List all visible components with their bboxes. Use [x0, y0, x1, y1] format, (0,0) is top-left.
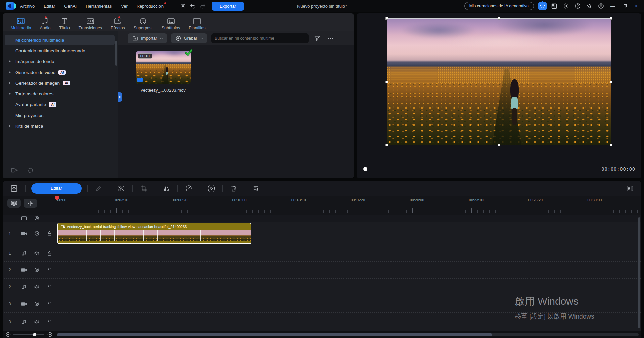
vertical-scrollbar[interactable] — [638, 217, 640, 328]
tab-plantillas[interactable]: Plantillas — [185, 15, 210, 30]
filter-icon[interactable] — [313, 34, 322, 43]
help-icon[interactable] — [573, 2, 582, 10]
sidebar-item[interactable]: Imágenes de fondo — [5, 56, 115, 67]
expand-arrow-icon[interactable] — [9, 125, 11, 127]
menu-item[interactable]: Ver — [121, 4, 128, 9]
save-icon[interactable] — [178, 2, 188, 10]
stop-button[interactable] — [377, 178, 384, 178]
undo-icon[interactable] — [188, 2, 198, 10]
layout-icon[interactable] — [550, 2, 558, 10]
zoom-out-icon[interactable] — [5, 332, 11, 337]
edit-button[interactable]: Editar — [31, 183, 82, 194]
sidebar-item[interactable]: Contenido multimedia almacenado — [5, 45, 115, 56]
media-browser-icon[interactable] — [7, 183, 21, 194]
account-icon[interactable] — [597, 2, 605, 10]
selection-handle[interactable] — [498, 17, 500, 20]
visibility-toggle-icon[interactable] — [30, 216, 43, 221]
seek-handle[interactable] — [363, 167, 367, 171]
ai-creations-button[interactable]: Mis creaciones de IA generativa — [464, 2, 534, 10]
timeline-display-settings-icon[interactable] — [623, 183, 637, 194]
expand-arrow-icon[interactable] — [9, 92, 11, 95]
delete-trash-icon[interactable] — [227, 183, 240, 194]
tab-efectos[interactable]: Efectos — [107, 15, 129, 30]
record-button[interactable]: Grabar — [171, 33, 207, 43]
sidebar-item[interactable]: Generador de video AI — [5, 67, 115, 78]
media-item[interactable]: 00:10 vecteezy_...00233.mov — [136, 51, 191, 93]
redo-icon[interactable] — [198, 2, 208, 10]
add-tag-icon[interactable] — [11, 167, 18, 174]
lock-toggle-icon[interactable] — [43, 251, 56, 256]
search-input[interactable] — [215, 36, 305, 41]
lock-toggle-icon[interactable] — [43, 267, 56, 273]
zoom-slider-handle[interactable] — [33, 333, 36, 336]
close-button[interactable]: × — [632, 2, 641, 10]
tab-superposiciones[interactable]: Superpos. — [130, 15, 157, 30]
pen-tool-icon[interactable] — [92, 183, 105, 194]
expand-arrow-icon[interactable] — [9, 60, 11, 63]
timeline-zoom-slider[interactable] — [13, 334, 44, 335]
selection-handle[interactable] — [385, 17, 388, 20]
feedback-icon[interactable] — [585, 2, 594, 10]
play-button[interactable] — [365, 178, 372, 178]
selection-handle[interactable] — [610, 81, 612, 83]
horizontal-scrollbar[interactable] — [57, 333, 639, 336]
sidebar-scrollbar[interactable] — [115, 41, 117, 66]
mute-toggle-icon[interactable] — [30, 319, 43, 324]
snap-toggle-button[interactable] — [24, 199, 37, 208]
zoom-in-icon[interactable] — [47, 332, 52, 337]
keyframe-icon[interactable] — [204, 183, 218, 194]
selection-handle[interactable] — [610, 144, 612, 146]
seek-bar[interactable] — [363, 169, 593, 169]
crop-icon[interactable] — [137, 183, 150, 194]
sidebar-item[interactable]: Generador de Imagen AI — [5, 78, 115, 88]
sidebar-item[interactable]: Mi contenido multimedia — [5, 35, 115, 45]
tab-audio[interactable]: Audio — [36, 15, 54, 30]
export-button[interactable]: Exportar — [212, 2, 244, 11]
mirror-flip-icon[interactable] — [159, 183, 173, 194]
menu-item[interactable]: Archivo — [20, 4, 35, 9]
media-thumbnail[interactable]: 00:10 — [136, 51, 191, 84]
sidebar-item[interactable]: Tarjetas de colores — [5, 88, 115, 99]
tab-transiciones[interactable]: Transiciones — [75, 15, 106, 30]
visibility-toggle-icon[interactable] — [30, 301, 43, 306]
menu-item[interactable]: Editar — [44, 4, 55, 9]
selection-handle[interactable] — [498, 144, 500, 146]
collapse-sidebar-button[interactable] — [118, 92, 122, 102]
split-scissors-icon[interactable] — [114, 183, 128, 194]
ai-copilot-icon[interactable] — [538, 2, 547, 10]
sidebar-item[interactable]: Mis proyectos — [5, 110, 115, 121]
track-manager-button[interactable] — [7, 199, 21, 208]
menu-item[interactable]: Reproducción — [137, 4, 164, 9]
speed-icon[interactable] — [182, 183, 195, 194]
selection-handle[interactable] — [385, 81, 388, 83]
next-frame-button[interactable] — [403, 178, 411, 178]
maximize-button[interactable] — [620, 2, 629, 10]
menu-item[interactable]: Herramientas — [86, 4, 112, 9]
sidebar-item[interactable]: Avatar parlante AI — [5, 99, 115, 110]
tab-titulo[interactable]: Título — [55, 15, 74, 30]
mute-toggle-icon[interactable] — [30, 284, 43, 289]
tab-multimedia[interactable]: Multimedia — [7, 15, 35, 30]
lock-toggle-icon[interactable] — [43, 284, 56, 290]
lock-toggle-icon[interactable] — [43, 231, 56, 236]
menu-item[interactable]: GenAI — [64, 4, 77, 9]
expand-arrow-icon[interactable] — [9, 82, 11, 84]
lock-toggle-icon[interactable] — [43, 319, 56, 325]
tab-subtitulos[interactable]: Subtítulos — [157, 15, 184, 30]
mute-toggle-icon[interactable] — [30, 251, 43, 256]
import-button[interactable]: Importar — [128, 33, 167, 43]
previous-frame-button[interactable] — [389, 178, 398, 178]
more-options-icon[interactable] — [326, 34, 335, 43]
horizontal-scrollbar-thumb[interactable] — [57, 333, 492, 336]
tag-icon[interactable] — [27, 167, 34, 174]
selection-handle[interactable] — [610, 17, 612, 20]
auto-ripple-icon[interactable] — [249, 183, 263, 194]
subtitle-track-row[interactable] — [3, 215, 641, 222]
visibility-toggle-icon[interactable] — [30, 231, 43, 236]
expand-arrow-icon[interactable] — [9, 71, 11, 74]
lock-toggle-icon[interactable] — [43, 301, 56, 307]
sidebar-item[interactable]: Kits de marca — [5, 121, 115, 131]
time-ruler[interactable]: 00:0000:03:1000:06:2000:10:0000:13:1000:… — [57, 196, 641, 215]
selection-handle[interactable] — [385, 144, 388, 146]
preview-video[interactable] — [387, 18, 611, 145]
